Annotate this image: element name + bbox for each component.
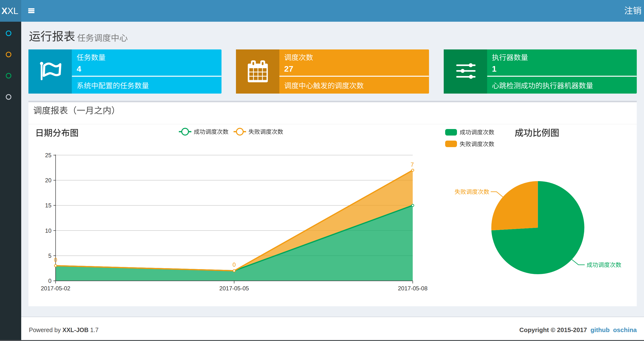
svg-text:2017-05-05: 2017-05-05 <box>219 285 249 291</box>
svg-text:0: 0 <box>48 277 51 284</box>
svg-text:0: 0 <box>232 261 236 268</box>
svg-text:7: 7 <box>411 161 414 168</box>
svg-text:20: 20 <box>45 177 52 184</box>
svg-text:XXL: XXL <box>2 6 18 16</box>
svg-text:27: 27 <box>284 64 293 73</box>
svg-text:25: 25 <box>45 152 52 158</box>
svg-text:2017-05-02: 2017-05-02 <box>41 285 70 291</box>
svg-text:Powered by XXL-JOB 1.7: Powered by XXL-JOB 1.7 <box>29 326 98 333</box>
svg-text:10: 10 <box>45 227 52 234</box>
svg-text:0: 0 <box>54 257 57 263</box>
svg-text:1: 1 <box>492 64 496 73</box>
svg-text:2017-05-08: 2017-05-08 <box>398 285 428 291</box>
svg-text:15: 15 <box>45 202 52 209</box>
svg-text:4: 4 <box>77 64 81 73</box>
svg-text:Copyright © 2015-2017 github: Copyright © 2015-2017 github oschina <box>520 326 637 333</box>
svg-text:5: 5 <box>48 252 51 259</box>
